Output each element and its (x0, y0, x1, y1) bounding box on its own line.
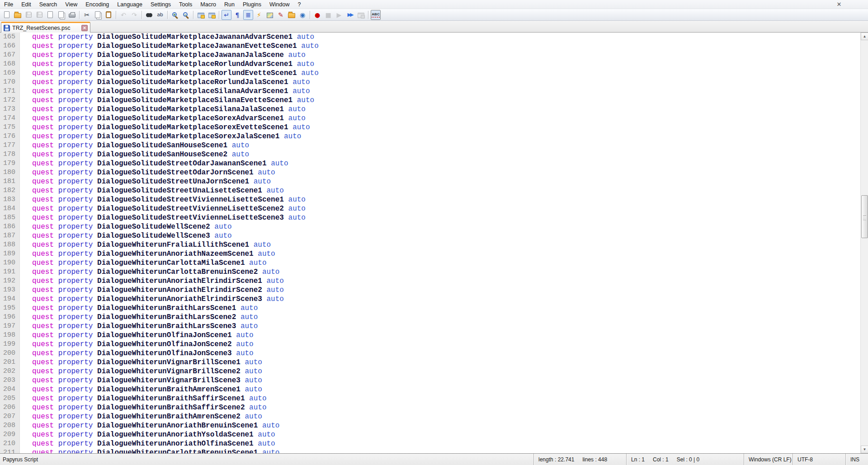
menu-macro[interactable]: Macro (196, 0, 220, 9)
document-switcher-button[interactable]: ✎ (276, 10, 286, 20)
line-number[interactable]: 192 (0, 277, 20, 286)
window-close-icon[interactable]: ✕ (834, 0, 844, 9)
code-line[interactable]: 188quest property DialogueWhiterunFralia… (0, 240, 860, 249)
line-number[interactable]: 195 (0, 304, 20, 313)
code-line[interactable]: 176quest property DialogueSolitudeMarket… (0, 132, 860, 141)
code-text[interactable]: quest property DialogueWhiterunAnoriathO… (32, 439, 275, 448)
tab-close-icon[interactable]: ✕ (81, 25, 88, 31)
line-number[interactable]: 185 (0, 213, 20, 222)
status-insert-mode[interactable]: INS (845, 454, 868, 465)
code-text[interactable]: quest property DialogueWhiterunBraithSaf… (32, 394, 267, 403)
show-all-characters-button[interactable]: ¶ (232, 10, 242, 20)
line-number[interactable]: 208 (0, 421, 20, 430)
line-number[interactable]: 209 (0, 430, 20, 439)
menu-edit[interactable]: Edit (17, 0, 35, 9)
code-line[interactable]: 209quest property DialogueWhiterunAnoria… (0, 430, 860, 439)
menu-search[interactable]: Search (35, 0, 61, 9)
code-line[interactable]: 186quest property DialogueSolitudeWellSc… (0, 222, 860, 231)
code-line[interactable]: 210quest property DialogueWhiterunAnoria… (0, 439, 860, 448)
line-number[interactable]: 167 (0, 51, 20, 60)
cut-button[interactable]: ✂ (82, 10, 92, 20)
folder-as-workspace-button[interactable] (287, 10, 297, 20)
code-text[interactable]: quest property DialogueSolitudeMarketpla… (32, 114, 306, 123)
code-line[interactable]: 195quest property DialogueWhiterunBraith… (0, 304, 860, 313)
code-text[interactable]: quest property DialogueWhiterunAnoriathN… (32, 249, 275, 258)
line-number[interactable]: 205 (0, 394, 20, 403)
save-all-button[interactable] (34, 10, 44, 20)
code-line[interactable]: 185quest property DialogueSolitudeStreet… (0, 213, 860, 222)
code-text[interactable]: quest property DialogueSolitudeStreetViv… (32, 195, 306, 204)
code-line[interactable]: 203quest property DialogueWhiterunVignar… (0, 376, 860, 385)
line-number[interactable]: 199 (0, 340, 20, 349)
macro-record-button[interactable]: ● (312, 10, 322, 20)
code-line[interactable]: 204quest property DialogueWhiterunBraith… (0, 385, 860, 394)
line-number[interactable]: 171 (0, 87, 20, 96)
code-text[interactable]: quest property DialogueSolitudeSanHouseS… (32, 141, 249, 150)
indent-guide-button[interactable]: ≣ (243, 10, 253, 20)
scroll-down-icon[interactable]: ▼ (861, 446, 868, 453)
line-number[interactable]: 183 (0, 195, 20, 204)
line-number[interactable]: 196 (0, 313, 20, 322)
code-text[interactable]: quest property DialogueSolitudeMarketpla… (32, 33, 314, 42)
line-number[interactable]: 170 (0, 78, 20, 87)
line-number[interactable]: 201 (0, 358, 20, 367)
code-line[interactable]: 167quest property DialogueSolitudeMarket… (0, 51, 860, 60)
status-encoding[interactable]: UTF-8 (793, 454, 845, 465)
code-line[interactable]: 174quest property DialogueSolitudeMarket… (0, 114, 860, 123)
line-number[interactable]: 181 (0, 177, 20, 186)
code-text[interactable]: quest property DialogueWhiterunBraithSaf… (32, 403, 267, 412)
code-text[interactable]: quest property DialogueWhiterunBraithLar… (32, 313, 258, 322)
code-line[interactable]: 200quest property DialogueWhiterunOlfina… (0, 349, 860, 358)
code-line[interactable]: 202quest property DialogueWhiterunVignar… (0, 367, 860, 376)
menu-help[interactable]: ? (293, 0, 305, 9)
code-line[interactable]: 205quest property DialogueWhiterunBraith… (0, 394, 860, 403)
line-number[interactable]: 178 (0, 150, 20, 159)
code-line[interactable]: 207quest property DialogueWhiterunBraith… (0, 412, 860, 421)
save-button[interactable] (24, 10, 33, 20)
code-line[interactable]: 180quest property DialogueSolitudeStreet… (0, 168, 860, 177)
menu-tools[interactable]: Tools (175, 0, 196, 9)
undo-button[interactable]: ↶ (118, 10, 128, 20)
line-number[interactable]: 211 (0, 448, 20, 453)
code-line[interactable]: 201quest property DialogueWhiterunVignar… (0, 358, 860, 367)
line-number[interactable]: 165 (0, 33, 20, 42)
code-text[interactable]: quest property DialogueSolitudeStreetUna… (32, 186, 284, 195)
code-line[interactable]: 194quest property DialogueWhiterunAnoria… (0, 295, 860, 304)
code-text[interactable]: quest property DialogueSolitudeStreetViv… (32, 213, 306, 222)
code-text[interactable]: quest property DialogueSolitudeSanHouseS… (32, 150, 249, 159)
line-number[interactable]: 189 (0, 249, 20, 258)
menu-window[interactable]: Window (265, 0, 293, 9)
open-file-button[interactable] (13, 10, 23, 20)
line-number[interactable]: 187 (0, 231, 20, 240)
close-all-button[interactable] (56, 10, 66, 20)
macro-save-button[interactable] (356, 10, 366, 20)
line-number[interactable]: 169 (0, 69, 20, 78)
code-line[interactable]: 196quest property DialogueWhiterunBraith… (0, 313, 860, 322)
code-text[interactable]: quest property DialogueSolitudeMarketpla… (32, 87, 310, 96)
code-text[interactable]: quest property DialogueWhiterunCarlottaB… (32, 448, 279, 453)
code-text[interactable]: quest property DialogueWhiterunOlfinaJon… (32, 340, 254, 349)
line-number[interactable]: 180 (0, 168, 20, 177)
document-map-button[interactable] (265, 10, 275, 20)
menu-file[interactable]: File (0, 0, 17, 9)
code-line[interactable]: 172quest property DialogueSolitudeMarket… (0, 96, 860, 105)
code-text[interactable]: quest property DialogueSolitudeMarketpla… (32, 132, 301, 141)
zoom-out-button[interactable]: − (181, 10, 191, 20)
line-number[interactable]: 172 (0, 96, 20, 105)
line-number[interactable]: 198 (0, 331, 20, 340)
code-line[interactable]: 169quest property DialogueSolitudeMarket… (0, 69, 860, 78)
code-line[interactable]: 166quest property DialogueSolitudeMarket… (0, 42, 860, 51)
line-number[interactable]: 173 (0, 105, 20, 114)
line-number[interactable]: 184 (0, 204, 20, 213)
code-text[interactable]: quest property DialogueWhiterunOlfinaJon… (32, 349, 254, 358)
code-text[interactable]: quest property DialogueSolitudeMarketpla… (32, 42, 319, 51)
line-number[interactable]: 168 (0, 60, 20, 69)
code-line[interactable]: 190quest property DialogueWhiterunCarlot… (0, 258, 860, 268)
menu-run[interactable]: Run (220, 0, 239, 9)
scroll-up-icon[interactable]: ▲ (861, 33, 868, 40)
menu-encoding[interactable]: Encoding (81, 0, 113, 9)
scrollbar-thumb[interactable] (861, 195, 868, 238)
code-text[interactable]: quest property DialogueWhiterunBraithLar… (32, 304, 258, 313)
code-text[interactable]: quest property DialogueSolitudeMarketpla… (32, 105, 306, 114)
code-text[interactable]: quest property DialogueSolitudeStreetOda… (32, 159, 288, 168)
